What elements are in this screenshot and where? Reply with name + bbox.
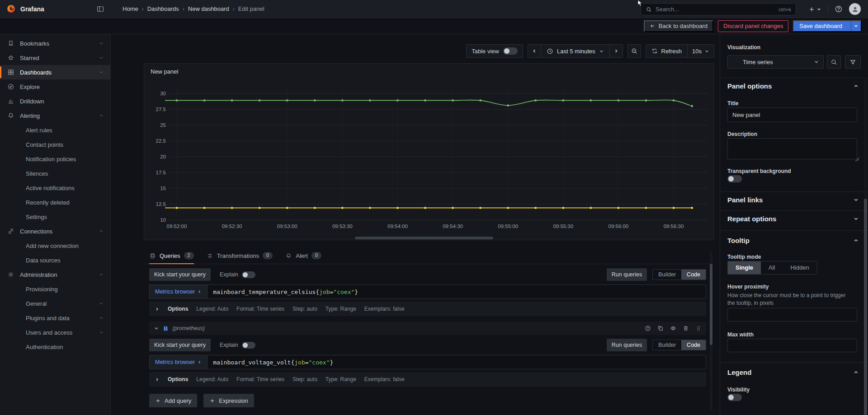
builder-option[interactable]: Builder bbox=[653, 270, 681, 280]
tab-alert[interactable]: Alert0 bbox=[285, 247, 321, 264]
chevron-down-icon[interactable] bbox=[99, 55, 104, 61]
promql-query-input-a[interactable]: mainboard_temperature_celsius{job="coex"… bbox=[207, 284, 706, 299]
panel-description-input[interactable] bbox=[727, 138, 857, 159]
metrics-browser-button[interactable]: Metrics browser bbox=[149, 355, 207, 369]
search-visualizations-button[interactable] bbox=[827, 55, 841, 69]
query-options-bar[interactable]: Options Legend: AutoFormat: Time seriesS… bbox=[149, 302, 706, 316]
promql-query-input-b[interactable]: mainboard_voltage_volt{job="coex"} bbox=[207, 355, 706, 369]
save-dashboard-button[interactable]: Save dashboard bbox=[793, 20, 862, 32]
sidebar-item-settings[interactable]: Settings bbox=[0, 210, 110, 224]
chevron-down-icon[interactable] bbox=[99, 301, 104, 306]
sidebar-item-users-and-access[interactable]: Users and access bbox=[0, 325, 110, 340]
sidebar-item-dashboards[interactable]: Dashboards bbox=[0, 65, 110, 79]
sidebar-item-notification-policies[interactable]: Notification policies bbox=[0, 152, 110, 166]
transparent-background-toggle[interactable] bbox=[727, 175, 742, 182]
add-expression-button[interactable]: Expression bbox=[203, 394, 254, 407]
table-view-toggle[interactable] bbox=[503, 47, 518, 55]
sidebar-item-administration[interactable]: Administration bbox=[0, 267, 110, 282]
explain-toggle[interactable] bbox=[242, 342, 255, 349]
user-avatar[interactable] bbox=[849, 3, 861, 15]
sidebar-item-contact-points[interactable]: Contact points bbox=[0, 137, 110, 152]
query-options-bar[interactable]: Options Legend: AutoFormat: Time seriesS… bbox=[149, 372, 706, 387]
chevron-up-icon[interactable] bbox=[99, 272, 104, 277]
sidebar-item-connections[interactable]: Connections bbox=[0, 224, 110, 238]
delete-query-icon[interactable] bbox=[683, 325, 689, 331]
sidebar-item-recently-deleted[interactable]: Recently deleted bbox=[0, 195, 110, 210]
sidebar-item-alerting[interactable]: Alerting bbox=[0, 108, 110, 123]
chevron-down-icon[interactable] bbox=[154, 326, 159, 331]
builder-option[interactable]: Builder bbox=[653, 340, 681, 350]
repeat-options-section[interactable]: Repeat options bbox=[727, 215, 859, 223]
back-to-dashboard-button[interactable]: Back to dashboard bbox=[644, 20, 713, 32]
sidebar-item-add-new-connection[interactable]: Add new connection bbox=[0, 238, 110, 253]
sidebar-item-plugins-and-data[interactable]: Plugins and data bbox=[0, 311, 110, 325]
hover-proximity-input[interactable] bbox=[727, 308, 857, 322]
sidebar-item-bookmarks[interactable]: Bookmarks bbox=[0, 36, 110, 51]
duplicate-query-icon[interactable] bbox=[657, 325, 664, 331]
sidebar-collapse-icon[interactable] bbox=[96, 5, 104, 13]
tooltip-section[interactable]: Tooltip bbox=[727, 237, 859, 244]
visualization-picker[interactable]: Time series bbox=[727, 55, 824, 69]
breadcrumb-item[interactable]: Home bbox=[123, 5, 138, 12]
code-option[interactable]: Code bbox=[681, 270, 706, 280]
sidebar-item-general[interactable]: General bbox=[0, 296, 110, 311]
chevron-up-icon[interactable] bbox=[99, 228, 104, 234]
chevron-down-icon[interactable] bbox=[99, 330, 104, 335]
panel-title-input[interactable] bbox=[727, 107, 857, 122]
sidebar-item-authentication[interactable]: Authentication bbox=[0, 340, 110, 354]
panel-options-section[interactable]: Panel options bbox=[727, 82, 859, 90]
tooltip-mode-all[interactable]: All bbox=[761, 261, 783, 274]
legend-section[interactable]: Legend bbox=[727, 368, 859, 376]
explain-toggle[interactable] bbox=[242, 271, 255, 278]
time-shift-back-button[interactable] bbox=[528, 45, 541, 57]
sidebar-item-alert-rules[interactable]: Alert rules bbox=[0, 123, 110, 137]
sidebar-item-starred[interactable]: Starred bbox=[0, 51, 110, 65]
sidebar-item-explore[interactable]: Explore bbox=[0, 79, 110, 94]
time-shift-forward-button[interactable] bbox=[610, 45, 623, 57]
horizontal-scrollbar[interactable] bbox=[355, 237, 493, 239]
search-input[interactable]: Search... ctrl+k bbox=[641, 3, 796, 15]
refresh-interval-picker[interactable]: 10s bbox=[687, 45, 714, 57]
panel-links-section[interactable]: Panel links bbox=[727, 196, 859, 204]
breadcrumb-item[interactable]: Dashboards bbox=[147, 5, 179, 12]
textarea-resize-handle[interactable] bbox=[855, 157, 859, 161]
sidebar-item-active-notifications[interactable]: Active notifications bbox=[0, 181, 110, 195]
toggle-query-visibility-icon[interactable] bbox=[670, 325, 676, 331]
run-queries-button[interactable]: Run queries bbox=[607, 339, 647, 351]
chevron-down-icon[interactable] bbox=[99, 70, 104, 75]
legend-visibility-toggle[interactable] bbox=[727, 394, 742, 401]
discard-panel-changes-button[interactable]: Discard panel changes bbox=[718, 20, 788, 32]
zoom-out-time-button[interactable] bbox=[627, 44, 641, 58]
max-width-input[interactable] bbox=[727, 339, 857, 352]
tooltip-mode-hidden[interactable]: Hidden bbox=[783, 261, 816, 274]
kickstart-query-button[interactable]: Kick start your query bbox=[149, 268, 211, 281]
tab-queries[interactable]: Queries2 bbox=[149, 247, 194, 264]
options-scrollbar-thumb[interactable] bbox=[864, 199, 867, 415]
kickstart-query-button[interactable]: Kick start your query bbox=[149, 339, 211, 351]
run-queries-button[interactable]: Run queries bbox=[607, 268, 647, 281]
chevron-up-icon[interactable] bbox=[99, 113, 104, 118]
sidebar-item-silences[interactable]: Silences bbox=[0, 166, 110, 181]
query-ref-name[interactable]: B bbox=[164, 325, 168, 332]
save-dashboard-dropdown[interactable] bbox=[851, 21, 861, 31]
drag-handle-icon[interactable] bbox=[695, 325, 702, 331]
sidebar-item-provisioning[interactable]: Provisioning bbox=[0, 282, 110, 296]
metrics-browser-button[interactable]: Metrics browser bbox=[149, 284, 207, 299]
time-series-chart[interactable]: 1012.51517.52022.52527.53009:52:0009:52:… bbox=[144, 64, 714, 240]
chevron-down-icon[interactable] bbox=[99, 41, 104, 46]
tab-transformations[interactable]: Transformations0 bbox=[207, 247, 273, 264]
add-query-button[interactable]: Add query bbox=[149, 394, 197, 407]
query-b-header-bar[interactable]: B (prometheus) bbox=[149, 322, 706, 335]
help-icon[interactable] bbox=[835, 5, 843, 13]
queries-scrollbar-thumb[interactable] bbox=[710, 264, 712, 345]
chevron-down-icon[interactable] bbox=[99, 315, 104, 321]
sidebar-item-drilldown[interactable]: Drilldown bbox=[0, 94, 110, 108]
code-option[interactable]: Code bbox=[681, 340, 706, 350]
filter-options-button[interactable] bbox=[845, 55, 861, 69]
add-new-button[interactable] bbox=[808, 6, 821, 13]
query-help-icon[interactable] bbox=[645, 325, 651, 331]
time-range-picker[interactable]: Last 5 minutes bbox=[541, 45, 610, 57]
sidebar-item-data-sources[interactable]: Data sources bbox=[0, 253, 110, 267]
refresh-button[interactable]: Refresh bbox=[646, 45, 688, 57]
breadcrumb-item[interactable]: New dashboard bbox=[188, 5, 229, 12]
